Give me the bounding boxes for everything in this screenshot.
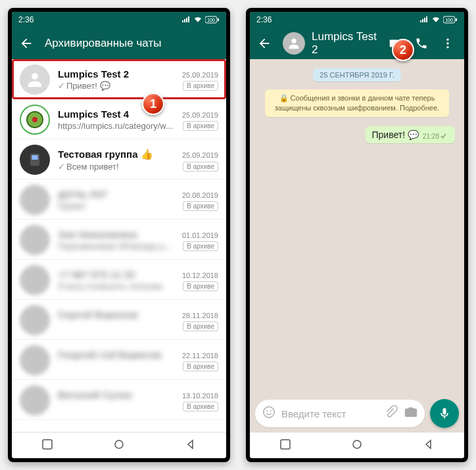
avatar [20,145,50,175]
chat-date: 28.11.2018 [182,312,218,319]
svg-rect-19 [281,440,290,449]
chat-date: 01.01.2019 [182,231,218,239]
delivered-tick-icon [440,133,450,139]
svg-text:100: 100 [445,18,453,22]
chat-date: 25.09.2019 [182,111,218,119]
header-chat: Lumpics Test 2 [250,28,464,59]
chat-item-blurred[interactable]: ДОЧЬ ЛУГ 20.08.2019 Привет В архиве [12,179,226,220]
nav-back[interactable] [185,439,196,452]
message-input[interactable]: Введите текст [255,400,425,427]
tick-icon: ✓ [58,162,65,172]
nav-home[interactable] [114,439,124,452]
svg-point-18 [270,410,272,411]
annotation-badge-2: 2 [392,39,414,61]
svg-point-17 [266,410,268,411]
chat-name: Георгий 118 Борисов [58,349,162,360]
avatar [20,345,50,375]
chat-item-blurred[interactable]: Зоя Николаевна 01.01.2019 Перезваниваю W… [12,220,226,260]
chat-name: Lumpics Test 4 [58,108,129,120]
nav-back[interactable] [423,439,434,452]
avatar [20,64,50,95]
date-separator: 25 СЕНТЯБРЯ 2019 Г. [313,68,400,82]
contact-avatar[interactable] [283,32,305,55]
avatar [20,185,50,215]
chat-name: Lumpics Test 2 [58,68,129,80]
archive-badge: В архиве [183,321,218,331]
chat-name: Виталий Сухих [58,389,132,400]
archive-badge: В архиве [183,281,218,291]
chat-name: Тестовая группа 👍 [58,149,153,160]
chat-background: 25 СЕНТЯБРЯ 2019 Г. 🔒 Сообщения и звонки… [250,59,464,395]
chat-item-blurred[interactable]: Виталий Сухих 13.10.2018 В архиве [12,380,226,420]
chat-name: Зоя Николаевна [58,229,137,240]
status-time: 2:36 [256,15,272,24]
archive-badge: В архиве [183,402,218,411]
tick-icon: ✓ [58,81,65,91]
mic-button[interactable] [430,399,459,428]
archived-chat-list[interactable]: Lumpics Test 2 25.09.2019 ✓Привет! 💬 В а… [12,59,226,432]
chat-item-lumpics-test-2[interactable]: Lumpics Test 2 25.09.2019 ✓Привет! 💬 В а… [12,59,226,99]
status-time: 2:36 [18,15,34,24]
svg-text:100: 100 [207,18,215,22]
svg-point-4 [32,117,37,122]
chat-date: 25.09.2019 [182,71,218,79]
outgoing-message[interactable]: Привет! 💬 21:28 [366,126,456,143]
screen-right: 2:36 100 Lumpics Test 2 [250,12,464,458]
archive-badge: В архиве [183,121,218,131]
composer: Введите текст [250,395,464,432]
chat-date: 13.10.2018 [182,392,218,400]
phone-right: 2:36 100 Lumpics Test 2 [246,8,468,462]
archive-badge: В архиве [183,362,218,371]
archive-badge: В архиве [183,241,218,251]
svg-rect-8 [43,440,52,449]
chat-item-blurred[interactable]: Сергей Воронов 28.11.2018 В архиве [12,300,226,340]
status-icons: 100 [419,16,458,24]
page-title: Архивированные чаты [45,37,221,50]
android-nav-bar [250,432,464,458]
chat-preview: Перезваниваю Whatsapp работает [58,241,176,251]
svg-point-15 [446,46,448,48]
screen-left: 2:36 100 Архивированные чаты Lump [12,12,226,458]
svg-point-14 [446,42,448,44]
back-button[interactable] [14,36,38,51]
avatar [20,225,50,255]
status-bar: 2:36 100 [12,12,226,28]
nav-recent[interactable] [280,439,291,452]
chat-preview: ✓Привет! 💬 [58,81,110,91]
android-nav-bar [12,432,226,458]
nav-home[interactable] [352,439,362,452]
chat-item-blurred[interactable]: Георгий 118 Борисов 22.11.2018 В архиве [12,340,226,380]
status-icons: 100 [181,16,220,24]
chat-item-lumpics-test-4[interactable]: Lumpics Test 4 25.09.2019 https://lumpic… [12,99,226,139]
svg-rect-2 [218,18,219,21]
status-bar: 2:36 100 [250,12,464,28]
chat-item-test-group[interactable]: Тестовая группа 👍 25.09.2019 ✓Всем приве… [12,139,226,179]
chat-preview: Привет [58,201,86,211]
archive-badge: В архиве [183,81,218,91]
archive-badge: В архиве [183,162,218,172]
avatar [20,385,50,415]
avatar [20,105,50,135]
chat-item-blurred[interactable]: +7 967 572 11 23 10.12.2018 Я могу позво… [12,260,226,300]
svg-point-16 [264,407,275,418]
more-menu-button[interactable] [437,32,459,55]
chat-preview: https://lumpics.ru/category/w... [58,121,173,131]
nav-recent[interactable] [42,439,53,452]
composer-placeholder: Введите текст [281,408,379,419]
back-button[interactable] [252,36,276,51]
encryption-notice[interactable]: 🔒 Сообщения и звонки в данном чате тепер… [265,89,449,117]
svg-rect-12 [456,18,457,21]
svg-point-20 [353,440,361,448]
camera-icon[interactable] [404,405,418,422]
header-archived: Архивированные чаты [12,28,226,59]
emoji-icon[interactable] [262,405,276,422]
chat-date: 10.12.2018 [182,271,218,279]
attach-icon[interactable] [384,405,398,422]
chat-date: 25.09.2019 [182,151,218,159]
chat-title[interactable]: Lumpics Test 2 [312,30,377,57]
chat-name: +7 967 572 11 23 [58,269,135,280]
phone-left: 2:36 100 Архивированные чаты Lump [8,8,230,462]
chat-preview: ✓Всем привет! [58,162,119,172]
archive-badge: В архиве [183,201,218,211]
message-text: Привет! 💬 [372,129,419,140]
